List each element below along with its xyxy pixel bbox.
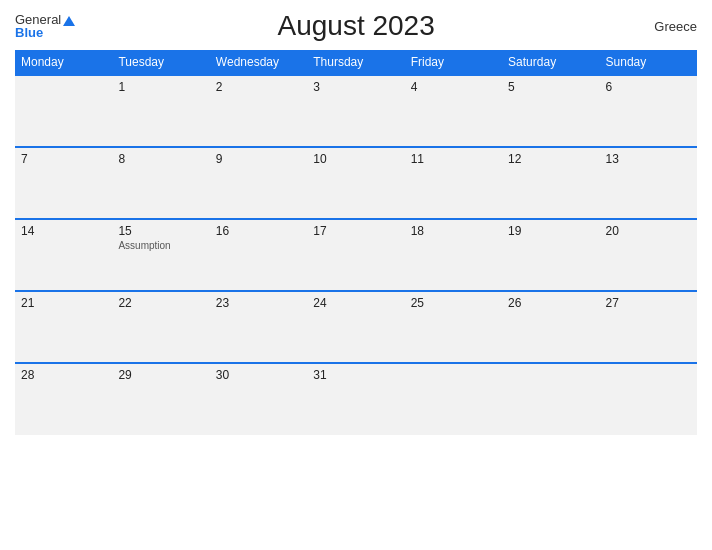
cell-w2-d1: 15Assumption	[112, 219, 209, 291]
cell-w4-d5	[502, 363, 599, 435]
day-number-8: 8	[118, 152, 203, 166]
day-number-3: 3	[313, 80, 398, 94]
header-monday: Monday	[15, 50, 112, 75]
day-number-18: 18	[411, 224, 496, 238]
day-number-12: 12	[508, 152, 593, 166]
cell-w3-d3: 24	[307, 291, 404, 363]
logo-blue-text: Blue	[15, 26, 75, 39]
cell-w0-d2: 2	[210, 75, 307, 147]
day-number-28: 28	[21, 368, 106, 382]
cell-w3-d2: 23	[210, 291, 307, 363]
cell-w2-d2: 16	[210, 219, 307, 291]
week-row-2: 1415Assumption1617181920	[15, 219, 697, 291]
day-number-6: 6	[606, 80, 691, 94]
holiday-label-15: Assumption	[118, 240, 203, 251]
day-number-21: 21	[21, 296, 106, 310]
header-sunday: Sunday	[600, 50, 697, 75]
cell-w1-d3: 10	[307, 147, 404, 219]
cell-w0-d3: 3	[307, 75, 404, 147]
cell-w4-d2: 30	[210, 363, 307, 435]
country-label: Greece	[637, 19, 697, 34]
cell-w3-d5: 26	[502, 291, 599, 363]
week-row-4: 28293031	[15, 363, 697, 435]
day-number-24: 24	[313, 296, 398, 310]
header-tuesday: Tuesday	[112, 50, 209, 75]
cell-w3-d4: 25	[405, 291, 502, 363]
day-number-9: 9	[216, 152, 301, 166]
cell-w1-d6: 13	[600, 147, 697, 219]
day-number-29: 29	[118, 368, 203, 382]
day-number-5: 5	[508, 80, 593, 94]
day-number-20: 20	[606, 224, 691, 238]
day-number-16: 16	[216, 224, 301, 238]
cell-w3-d0: 21	[15, 291, 112, 363]
header-wednesday: Wednesday	[210, 50, 307, 75]
day-number-1: 1	[118, 80, 203, 94]
cell-w1-d1: 8	[112, 147, 209, 219]
cell-w1-d2: 9	[210, 147, 307, 219]
cell-w2-d6: 20	[600, 219, 697, 291]
cell-w0-d1: 1	[112, 75, 209, 147]
logo: General Blue	[15, 13, 75, 39]
week-row-1: 78910111213	[15, 147, 697, 219]
logo-triangle-icon	[63, 16, 75, 26]
cell-w1-d4: 11	[405, 147, 502, 219]
cell-w2-d3: 17	[307, 219, 404, 291]
day-number-13: 13	[606, 152, 691, 166]
day-number-10: 10	[313, 152, 398, 166]
cell-w2-d0: 14	[15, 219, 112, 291]
day-number-15: 15	[118, 224, 203, 238]
week-row-3: 21222324252627	[15, 291, 697, 363]
cell-w4-d6	[600, 363, 697, 435]
day-number-17: 17	[313, 224, 398, 238]
day-number-19: 19	[508, 224, 593, 238]
cell-w2-d4: 18	[405, 219, 502, 291]
cell-w4-d0: 28	[15, 363, 112, 435]
day-number-31: 31	[313, 368, 398, 382]
day-number-11: 11	[411, 152, 496, 166]
day-number-26: 26	[508, 296, 593, 310]
day-number-23: 23	[216, 296, 301, 310]
cell-w0-d6: 6	[600, 75, 697, 147]
month-title: August 2023	[75, 10, 637, 42]
cell-w0-d4: 4	[405, 75, 502, 147]
day-number-27: 27	[606, 296, 691, 310]
cell-w3-d1: 22	[112, 291, 209, 363]
calendar-container: General Blue August 2023 Greece Monday T…	[0, 0, 712, 550]
cell-w0-d5: 5	[502, 75, 599, 147]
cell-w4-d1: 29	[112, 363, 209, 435]
cell-w2-d5: 19	[502, 219, 599, 291]
weekday-header-row: Monday Tuesday Wednesday Thursday Friday…	[15, 50, 697, 75]
header-saturday: Saturday	[502, 50, 599, 75]
day-number-25: 25	[411, 296, 496, 310]
day-number-2: 2	[216, 80, 301, 94]
header-thursday: Thursday	[307, 50, 404, 75]
cell-w1-d0: 7	[15, 147, 112, 219]
day-number-4: 4	[411, 80, 496, 94]
cell-w4-d3: 31	[307, 363, 404, 435]
cell-w3-d6: 27	[600, 291, 697, 363]
day-number-22: 22	[118, 296, 203, 310]
cell-w0-d0	[15, 75, 112, 147]
calendar-table: Monday Tuesday Wednesday Thursday Friday…	[15, 50, 697, 435]
header-friday: Friday	[405, 50, 502, 75]
cell-w1-d5: 12	[502, 147, 599, 219]
day-number-30: 30	[216, 368, 301, 382]
calendar-header: General Blue August 2023 Greece	[15, 10, 697, 42]
cell-w4-d4	[405, 363, 502, 435]
day-number-14: 14	[21, 224, 106, 238]
day-number-7: 7	[21, 152, 106, 166]
week-row-0: 123456	[15, 75, 697, 147]
